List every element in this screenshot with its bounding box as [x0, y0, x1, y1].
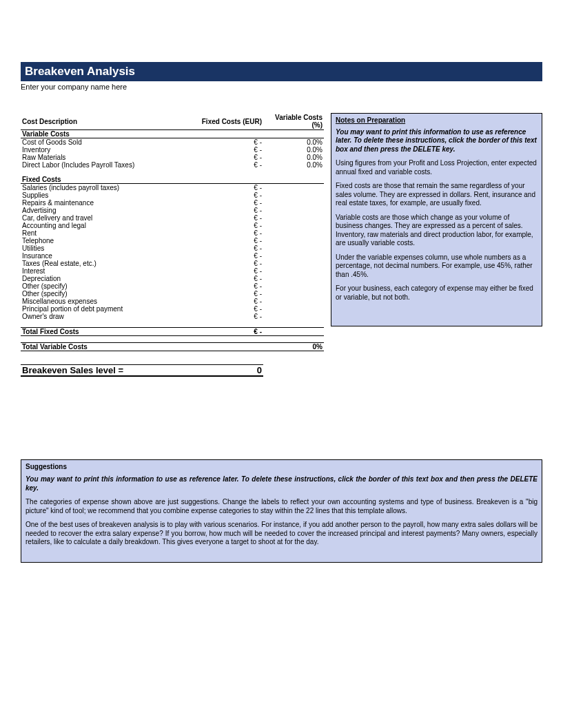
cell-label[interactable]: Insurance	[21, 252, 178, 260]
notes-box[interactable]: Notes on Preparation You may want to pri…	[331, 113, 542, 326]
cell-label[interactable]: Interest	[21, 267, 178, 275]
cell-var	[263, 298, 324, 305]
cell-label[interactable]: Telephone	[21, 237, 178, 245]
cell-fixed[interactable]: € -	[178, 138, 263, 147]
cell-fixed[interactable]: € -	[178, 207, 263, 214]
breakeven-row: Breakeven Sales level =0	[21, 364, 324, 376]
notes-p: For your business, each category of expe…	[336, 284, 538, 302]
cell-fixed[interactable]: € -	[178, 191, 263, 199]
cell-fixed[interactable]: € -	[178, 214, 263, 222]
cell-fixed[interactable]: € -	[178, 222, 263, 229]
cell-var[interactable]: 0.0%	[263, 146, 324, 154]
table-row: Accounting and legal€ -	[21, 222, 324, 229]
cell-label[interactable]: Supplies	[21, 191, 178, 199]
cell-var	[263, 184, 324, 192]
table-row: Salaries (includes payroll taxes)€ -	[21, 184, 324, 192]
cell-label[interactable]: Inventory	[21, 146, 178, 154]
table-row: Rent€ -	[21, 229, 324, 237]
table-row: Total Fixed Costs€ -	[21, 327, 324, 335]
cell-fixed[interactable]: € -	[178, 229, 263, 237]
cell-fixed[interactable]: € -	[178, 184, 263, 192]
cell-fixed[interactable]: € -	[178, 237, 263, 245]
cell-var[interactable]: 0.0%	[263, 161, 324, 169]
notes-p: Under the variable expenses column, use …	[336, 253, 538, 280]
cell-fixed[interactable]: € -	[178, 260, 263, 267]
cell-fixed	[178, 130, 263, 138]
cell-var[interactable]: 0.0%	[263, 138, 324, 147]
cell-var: 0%	[263, 342, 324, 351]
cell-fixed[interactable]: € -	[178, 161, 263, 169]
cell-label[interactable]: Other (specify)	[21, 290, 178, 298]
cell-fixed[interactable]: € -	[178, 267, 263, 275]
cell-var	[263, 176, 324, 184]
cell-fixed[interactable]: € -	[178, 290, 263, 298]
cell-fixed[interactable]: € -	[178, 282, 263, 290]
cell-var	[263, 282, 324, 290]
table-row: Interest€ -	[21, 267, 324, 275]
cell-label[interactable]: Taxes (Real estate, etc.)	[21, 260, 178, 267]
cell-label[interactable]: Direct Labor (Includes Payroll Taxes)	[21, 161, 178, 169]
cell-var	[263, 214, 324, 222]
cell-label[interactable]: Principal portion of debt payment	[21, 305, 178, 313]
cell-fixed[interactable]: € -	[178, 245, 263, 252]
cell-fixed[interactable]: € -	[178, 154, 263, 161]
cell-var	[263, 191, 324, 199]
cell-label[interactable]: Salaries (includes payroll taxes)	[21, 184, 178, 192]
table-row: Inventory€ -0.0%	[21, 146, 324, 154]
table-row: Principal portion of debt payment€ -	[21, 305, 324, 313]
table-row: Direct Labor (Includes Payroll Taxes)€ -…	[21, 161, 324, 169]
cell-var	[263, 252, 324, 260]
breakeven-value: 0	[178, 364, 263, 376]
cell-label[interactable]: Miscellaneous expenses	[21, 298, 178, 305]
table-row: Other (specify)€ -	[21, 290, 324, 298]
cell-var	[263, 327, 324, 335]
cell-fixed: € -	[178, 327, 263, 335]
cell-var	[263, 290, 324, 298]
cell-label[interactable]: Rent	[21, 229, 178, 237]
cell-fixed[interactable]: € -	[178, 252, 263, 260]
cell-label[interactable]: Depreciation	[21, 275, 178, 282]
notes-lead: You may want to print this information t…	[336, 128, 538, 154]
cell-label: Total Variable Costs	[21, 342, 178, 351]
cell-fixed[interactable]: € -	[178, 146, 263, 154]
cell-label[interactable]: Advertising	[21, 207, 178, 214]
costs-table: Cost Description Fixed Costs (EUR) Varia…	[21, 113, 324, 377]
page-title: Breakeven Analysis	[21, 62, 542, 81]
cell-label[interactable]: Car, delivery and travel	[21, 214, 178, 222]
cell-fixed[interactable]: € -	[178, 298, 263, 305]
col-header-desc: Cost Description	[21, 113, 178, 130]
cell-var	[263, 222, 324, 229]
col-header-var: Variable Costs (%)	[263, 113, 324, 130]
cell-label[interactable]: Raw Materials	[21, 154, 178, 161]
table-row: Miscellaneous expenses€ -	[21, 298, 324, 305]
cell-label[interactable]: Accounting and legal	[21, 222, 178, 229]
cell-label[interactable]: Repairs & maintenance	[21, 199, 178, 207]
notes-p: Fixed costs are those that remain the sa…	[336, 182, 538, 208]
cell-fixed[interactable]: € -	[178, 305, 263, 313]
cell-label: Total Fixed Costs	[21, 327, 178, 335]
cell-label[interactable]: Cost of Goods Sold	[21, 138, 178, 147]
company-name-field[interactable]: Enter your company name here	[21, 81, 542, 91]
table-row: Supplies€ -	[21, 191, 324, 199]
cell-fixed[interactable]: € -	[178, 199, 263, 207]
cell-label[interactable]: Utilities	[21, 245, 178, 252]
cell-label[interactable]: Other (specify)	[21, 282, 178, 290]
cell-var	[263, 199, 324, 207]
table-row: Taxes (Real estate, etc.)€ -	[21, 260, 324, 267]
cell-var[interactable]: 0.0%	[263, 154, 324, 161]
cell-label: Variable Costs	[21, 130, 178, 138]
table-row: Car, delivery and travel€ -	[21, 214, 324, 222]
cell-var	[263, 245, 324, 252]
table-row: Raw Materials€ -0.0%	[21, 154, 324, 161]
cell-var	[263, 260, 324, 267]
table-row: Variable Costs	[21, 130, 324, 138]
table-row: Repairs & maintenance€ -	[21, 199, 324, 207]
cell-fixed[interactable]: € -	[178, 275, 263, 282]
cell-label[interactable]: Owner's draw	[21, 313, 178, 320]
suggestions-box[interactable]: Suggestions You may want to print this i…	[21, 459, 542, 563]
notes-title: Notes on Preparation	[336, 116, 538, 125]
cell-fixed[interactable]: € -	[178, 313, 263, 320]
table-row: Depreciation€ -	[21, 275, 324, 282]
table-row: Advertising€ -	[21, 207, 324, 214]
table-row: Cost of Goods Sold€ -0.0%	[21, 138, 324, 147]
